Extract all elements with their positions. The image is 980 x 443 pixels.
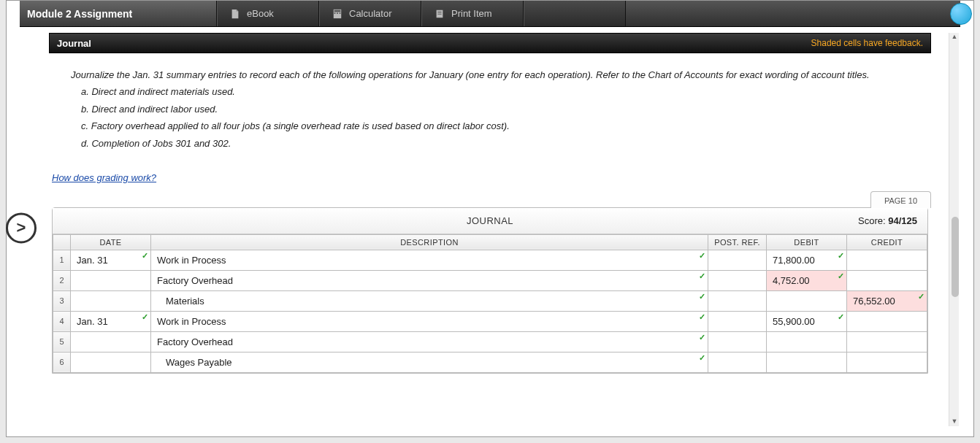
pop-out-button[interactable] bbox=[950, 3, 972, 25]
scrollbar-thumb[interactable] bbox=[952, 217, 959, 297]
page-tab[interactable]: PAGE 10 bbox=[870, 191, 931, 208]
page-tab-row: PAGE 10 bbox=[49, 190, 931, 207]
cell-description[interactable]: Work in Process✓ bbox=[151, 250, 708, 270]
calculator-label: Calculator bbox=[349, 8, 392, 19]
journal-score: Score: 94/125 bbox=[858, 215, 917, 226]
cell-debit[interactable] bbox=[767, 352, 847, 372]
cell-postref[interactable] bbox=[708, 290, 767, 311]
instructions-item-c: c. Factory overhead applied to all four … bbox=[71, 118, 909, 134]
document-icon bbox=[434, 8, 445, 20]
journal-title-bar: JOURNAL Score: 94/125 bbox=[53, 208, 927, 234]
instructions-item-b: b. Direct and indirect labor used. bbox=[71, 101, 909, 118]
checkmark-icon: ✓ bbox=[838, 251, 844, 261]
cell-date[interactable] bbox=[71, 290, 151, 311]
next-nav-button[interactable]: > bbox=[6, 212, 37, 243]
cell-postref[interactable] bbox=[708, 331, 767, 352]
cell-credit[interactable]: 76,552.00✓ bbox=[847, 290, 927, 311]
instructions-item-a: a. Direct and indirect materials used. bbox=[71, 83, 909, 100]
cell-date[interactable] bbox=[71, 331, 151, 352]
checkmark-icon: ✓ bbox=[699, 292, 705, 301]
svg-rect-7 bbox=[437, 12, 441, 13]
ebook-label: eBook bbox=[247, 8, 274, 19]
checkmark-icon: ✓ bbox=[142, 312, 148, 322]
row-number: 3 bbox=[53, 290, 71, 311]
checkmark-icon: ✓ bbox=[838, 312, 844, 322]
print-item-label: Print Item bbox=[451, 8, 492, 19]
grading-link[interactable]: How does grading work? bbox=[52, 172, 156, 183]
cell-debit[interactable] bbox=[767, 290, 847, 311]
cell-credit[interactable] bbox=[847, 250, 927, 270]
page-icon bbox=[229, 8, 241, 20]
svg-rect-1 bbox=[334, 9, 341, 12]
cell-debit[interactable]: 71,800.00✓ bbox=[767, 250, 847, 270]
cell-date[interactable]: Jan. 31✓ bbox=[71, 311, 151, 331]
svg-rect-3 bbox=[337, 12, 338, 14]
cell-date[interactable]: Jan. 31✓ bbox=[71, 250, 151, 270]
scroll-up-arrow[interactable]: ▲ bbox=[950, 33, 959, 42]
journal-table: DATE DESCRIPTION POST. REF. DEBIT CREDIT… bbox=[53, 234, 927, 373]
calculator-icon bbox=[332, 8, 343, 20]
cell-postref[interactable] bbox=[708, 250, 767, 270]
panel-header: Journal Shaded cells have feedback. bbox=[49, 33, 931, 53]
row-number: 5 bbox=[53, 331, 71, 352]
table-row: 6Wages Payable✓ bbox=[53, 352, 927, 372]
cell-credit[interactable] bbox=[847, 331, 927, 352]
col-debit: DEBIT bbox=[767, 234, 847, 250]
journal-title: JOURNAL bbox=[467, 215, 513, 226]
instructions-item-d: d. Completion of Jobs 301 and 302. bbox=[71, 135, 909, 152]
table-row: 3Materials✓76,552.00✓ bbox=[53, 290, 927, 311]
toolbar-spacer bbox=[524, 1, 626, 26]
cell-postref[interactable] bbox=[708, 352, 767, 372]
top-toolbar: Module 2 Assignment eBook Calculator bbox=[20, 1, 960, 27]
table-row: 1Jan. 31✓Work in Process✓71,800.00✓ bbox=[53, 250, 927, 270]
scroll-down-arrow[interactable]: ▼ bbox=[950, 417, 959, 426]
table-row: 5Factory Overhead✓ bbox=[53, 331, 927, 352]
table-row: 4Jan. 31✓Work in Process✓55,900.00✓ bbox=[53, 311, 927, 331]
assignment-title: Module 2 Assignment bbox=[20, 1, 217, 26]
journal-box: JOURNAL Score: 94/125 bbox=[52, 207, 928, 374]
svg-rect-2 bbox=[334, 12, 336, 14]
instructions-block: Journalize the Jan. 31 summary entries t… bbox=[49, 53, 931, 152]
cell-date[interactable] bbox=[71, 270, 151, 290]
cell-debit[interactable] bbox=[767, 331, 847, 352]
col-credit: CREDIT bbox=[847, 234, 927, 250]
row-number: 2 bbox=[53, 270, 71, 290]
cell-description[interactable]: Materials✓ bbox=[151, 290, 708, 311]
col-date: DATE bbox=[71, 234, 151, 250]
checkmark-icon: ✓ bbox=[699, 353, 705, 363]
feedback-note: Shaded cells have feedback. bbox=[811, 38, 923, 48]
instructions-intro: Journalize the Jan. 31 summary entries t… bbox=[71, 66, 909, 83]
print-item-button[interactable]: Print Item bbox=[421, 1, 524, 26]
cell-description[interactable]: Wages Payable✓ bbox=[151, 352, 708, 372]
row-number: 1 bbox=[53, 250, 71, 270]
table-row: 2Factory Overhead✓4,752.00✓ bbox=[53, 270, 927, 290]
cell-debit[interactable]: 4,752.00✓ bbox=[767, 270, 847, 290]
checkmark-icon: ✓ bbox=[838, 271, 844, 281]
row-number: 6 bbox=[53, 352, 71, 372]
svg-rect-8 bbox=[437, 14, 441, 15]
svg-rect-6 bbox=[437, 11, 441, 12]
cell-postref[interactable] bbox=[708, 270, 767, 290]
col-description: DESCRIPTION bbox=[151, 234, 708, 250]
cell-date[interactable] bbox=[71, 352, 151, 372]
checkmark-icon: ✓ bbox=[142, 251, 148, 261]
checkmark-icon: ✓ bbox=[918, 292, 925, 301]
checkmark-icon: ✓ bbox=[699, 251, 705, 261]
checkmark-icon: ✓ bbox=[699, 271, 705, 281]
cell-postref[interactable] bbox=[708, 311, 767, 331]
cell-credit[interactable] bbox=[847, 352, 927, 372]
cell-description[interactable]: Factory Overhead✓ bbox=[151, 331, 708, 352]
ebook-button[interactable]: eBook bbox=[217, 1, 319, 26]
col-postref: POST. REF. bbox=[708, 234, 767, 250]
cell-description[interactable]: Factory Overhead✓ bbox=[151, 270, 708, 290]
row-number: 4 bbox=[53, 311, 71, 331]
svg-rect-4 bbox=[340, 12, 341, 14]
panel-title: Journal bbox=[57, 38, 91, 49]
cell-credit[interactable] bbox=[847, 270, 927, 290]
cell-description[interactable]: Work in Process✓ bbox=[151, 311, 708, 331]
col-rownum bbox=[53, 234, 71, 250]
cell-debit[interactable]: 55,900.00✓ bbox=[767, 311, 847, 331]
calculator-button[interactable]: Calculator bbox=[319, 1, 421, 26]
cell-credit[interactable] bbox=[847, 311, 927, 331]
checkmark-icon: ✓ bbox=[699, 333, 705, 342]
